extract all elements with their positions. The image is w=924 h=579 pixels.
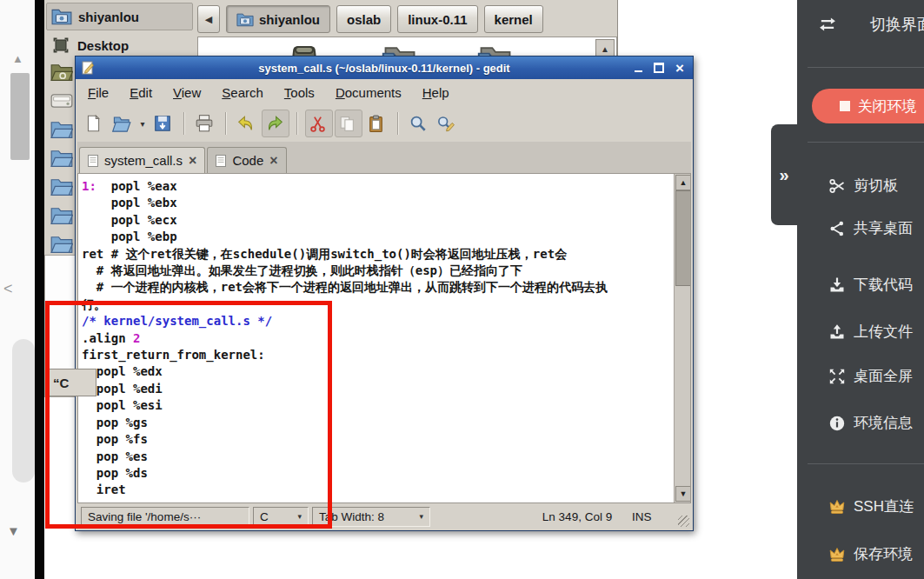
close-environment-button[interactable]: 关闭环境 — [812, 89, 924, 123]
sidebar-item[interactable] — [50, 206, 73, 225]
panel-item-download-code[interactable]: 下载代码 — [828, 275, 913, 295]
find-button[interactable] — [406, 110, 432, 136]
maximize-button[interactable] — [653, 62, 665, 74]
menu-search[interactable]: Search — [211, 81, 274, 104]
folder-icon — [50, 149, 73, 168]
tab-label: Code — [232, 153, 263, 168]
code-line: popl %ebp — [82, 229, 671, 245]
save-button[interactable] — [150, 110, 176, 136]
sidebar-item-home[interactable]: shiyanlou — [46, 3, 193, 30]
panel-item-environment-info[interactable]: 环境信息 — [828, 413, 913, 433]
sidebar-item[interactable] — [50, 120, 73, 139]
path-button-linux-0.11[interactable]: linux-0.11 — [397, 5, 477, 33]
tab-label: system_call.s — [104, 153, 183, 168]
save — [153, 113, 174, 134]
panel-item-ssh-direct[interactable]: SSH直连 — [828, 496, 914, 516]
cursor-position: Ln 349, Col 9 — [512, 510, 642, 523]
sidebar-item[interactable] — [50, 91, 73, 110]
rail-scroll-down-icon[interactable]: ▼ — [7, 523, 20, 538]
minimize-button[interactable] — [632, 62, 644, 74]
code-line: 1: popl %eax — [82, 178, 671, 195]
panel-item-label: 保存环境 — [854, 544, 913, 564]
copy-button[interactable] — [335, 110, 362, 137]
cut-button[interactable] — [305, 110, 333, 137]
menu-file[interactable]: File — [77, 81, 119, 104]
stop-icon — [840, 101, 850, 111]
gedit-title: system_call.s (~/oslab/linux-0.11/kernel… — [76, 62, 693, 75]
panel-item-save-environment[interactable]: 保存环境 — [828, 544, 913, 564]
menu-documents[interactable]: Documents — [325, 81, 412, 104]
scroll-up-icon[interactable]: ▲ — [675, 175, 691, 190]
sidebar-item-label: Desktop — [77, 38, 129, 53]
path-button-label: oslab — [347, 12, 381, 27]
panel-item-clipboard[interactable]: 剪切板 — [828, 176, 898, 196]
menu-edit[interactable]: Edit — [119, 81, 163, 104]
rail-scroll-up-icon[interactable]: ▲ — [12, 52, 23, 65]
caret-down-icon: ▾ — [419, 512, 423, 521]
drive-icon — [50, 91, 73, 110]
panel-expand-tab[interactable]: » — [771, 124, 797, 225]
sidebar-item[interactable] — [50, 63, 73, 82]
viewport-gutter — [35, 0, 44, 579]
scrollbar-thumb[interactable] — [675, 190, 691, 286]
sidebar-item[interactable] — [50, 177, 73, 196]
path-button-shiyanlou[interactable]: shiyanlou — [226, 5, 330, 33]
swap-icon — [818, 15, 837, 34]
open-button[interactable] — [109, 110, 135, 136]
close-button[interactable]: × — [674, 62, 686, 74]
panel-item-share-desktop[interactable]: 共享桌面 — [828, 218, 913, 238]
scroll-down-icon[interactable]: ▼ — [675, 486, 691, 502]
panel-item-desktop-fullscreen[interactable]: 桌面全屏 — [828, 366, 913, 386]
gedit-titlebar[interactable]: system_call.s (~/oslab/linux-0.11/kernel… — [76, 57, 693, 79]
toolbar-separator — [296, 112, 298, 135]
fullscreen-icon — [828, 368, 846, 385]
gedit-menubar: FileEditViewSearchToolsDocumentsHelp — [77, 79, 691, 105]
cut — [309, 113, 329, 134]
path-bar: ◀ shiyanlouoslablinux-0.11kernel — [197, 4, 543, 34]
lab-sidebar: 切换界面 关闭环境 剪切板共享桌面下载代码上传文件桌面全屏环境信息SSH直连保存… — [797, 0, 924, 579]
gedit-toolbar: ▾ — [77, 105, 691, 142]
panel-item-label: 桌面全屏 — [854, 366, 913, 386]
print-button[interactable] — [192, 110, 218, 136]
menu-tools[interactable]: Tools — [274, 81, 325, 104]
undo — [236, 113, 257, 134]
rail-scrollbar-thumb[interactable] — [10, 73, 30, 160]
sidebar-item-desktop[interactable]: Desktop — [46, 32, 191, 58]
new-document-button[interactable] — [81, 110, 107, 136]
redo-button[interactable] — [262, 110, 289, 137]
switch-interface-button[interactable]: 切换界面 — [818, 14, 924, 35]
crown-icon — [828, 546, 846, 563]
panel-item-upload-file[interactable]: 上传文件 — [828, 322, 913, 342]
menu-view[interactable]: View — [163, 81, 211, 104]
undo-button[interactable] — [234, 110, 260, 136]
open-caret-icon[interactable]: ▾ — [136, 119, 149, 129]
menu-help[interactable]: Help — [412, 81, 460, 104]
replace-button[interactable] — [434, 110, 460, 136]
upload-icon — [828, 323, 846, 341]
path-button-label: linux-0.11 — [408, 12, 467, 27]
gedit-vertical-scrollbar[interactable]: ▲ ▼ — [674, 174, 690, 502]
path-button-oslab[interactable]: oslab — [336, 5, 391, 33]
folder-icon — [50, 177, 73, 196]
path-button-kernel[interactable]: kernel — [484, 5, 543, 33]
folder-icon — [50, 120, 73, 139]
resize-grip[interactable] — [678, 516, 689, 527]
open — [111, 113, 132, 134]
page-icon — [88, 155, 98, 167]
recycle-folder-icon — [50, 63, 73, 82]
editor-tab-system_call.s[interactable]: system_call.s× — [79, 147, 205, 173]
back-button[interactable]: ◀ — [197, 5, 220, 33]
paste-button[interactable] — [364, 110, 390, 136]
code-line: # 一个进程的内核栈，ret会将下一个进程的返回地址弹出，从而跳转到下一个进程的… — [82, 279, 671, 296]
swap-icon — [845, 16, 862, 33]
info-icon — [828, 415, 846, 432]
tab-close-icon[interactable]: × — [269, 154, 277, 168]
sidebar-item[interactable] — [50, 235, 73, 254]
toolbar-separator — [397, 112, 399, 135]
tab-close-icon[interactable]: × — [189, 154, 196, 168]
toolbar-separator — [183, 112, 185, 135]
sidebar-item[interactable] — [50, 149, 73, 168]
rail-collapse-icon[interactable]: < — [3, 280, 13, 298]
editor-tab-Code[interactable]: Code× — [207, 147, 286, 173]
rail-scrollbar-track[interactable] — [12, 339, 35, 482]
